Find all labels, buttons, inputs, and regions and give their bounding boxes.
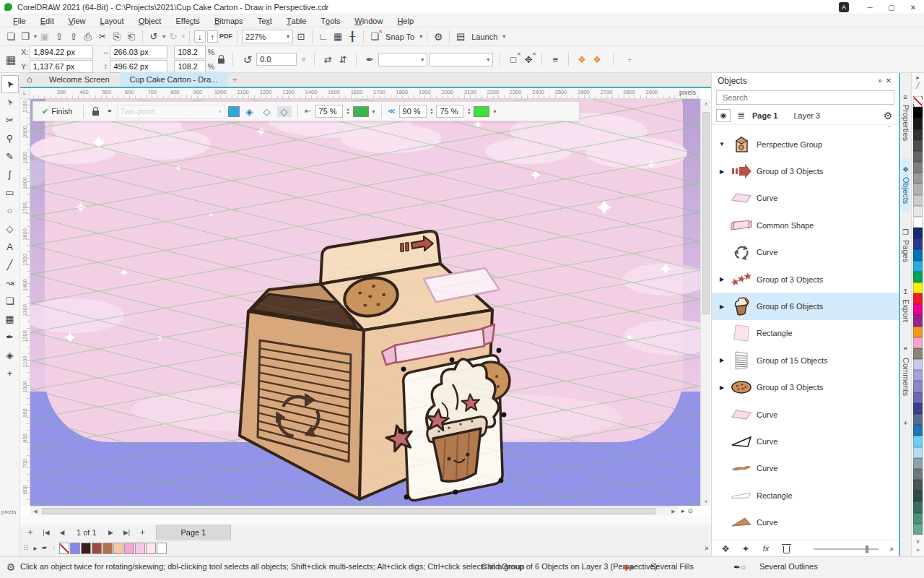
object-row[interactable]: ▶Group of 3 Objects [712,158,899,184]
color-swatch[interactable] [913,458,923,469]
polygon-tool[interactable]: ◇ [1,220,19,238]
color-swatch[interactable] [913,228,923,238]
outline-status-icon[interactable]: ✒○ [733,562,746,572]
color-swatch[interactable] [913,403,923,414]
docker-tab-export[interactable]: ↥Export [902,280,910,329]
shape-tool[interactable]: ➢ [1,93,19,111]
snap-to-caret-icon[interactable]: ▾ [419,33,422,40]
previous-page-icon[interactable]: ◀ [55,526,69,539]
object-label[interactable]: Group of 15 Objects [757,356,827,365]
color-swatch[interactable] [913,480,923,491]
fullscreen-preview-icon[interactable]: ⊡ [295,30,308,43]
menu-bitmaps[interactable]: Bitmaps [207,14,250,27]
outline-style-combo[interactable]: ▾ [430,53,493,66]
object-row[interactable]: ▶Group of 3 Objects [712,374,899,401]
opacity-slider[interactable] [814,548,879,550]
color-swatch[interactable] [913,501,923,512]
paste-icon[interactable]: ⎗ [125,30,138,43]
object-row[interactable]: Curve [712,185,899,212]
cloud-upload-icon[interactable]: ⇧ [53,30,66,43]
color-swatch[interactable] [913,491,923,501]
undo-icon[interactable]: ↺ [147,30,160,43]
docker-bottom-expand-icon[interactable]: » [887,543,896,556]
palette-eyedropper-icon[interactable]: ✒ [40,542,49,555]
color-swatch[interactable] [913,425,923,436]
tab-active-document[interactable]: Cup Cake Carton - Dra... [120,72,228,87]
color-swatch[interactable] [913,359,923,370]
color-swatch[interactable] [913,162,923,173]
status-gear-icon[interactable]: ⚙ [4,561,17,574]
object-row[interactable]: Curve [712,428,899,454]
horizon-color-swatch[interactable] [353,106,369,117]
color-swatch[interactable] [913,348,923,359]
object-label[interactable]: Curve [757,410,777,419]
object-label[interactable]: Curve [757,518,777,527]
palette-expand-right-icon[interactable]: » [916,547,919,553]
freehand-tool[interactable]: ✎ [1,147,19,165]
palette-flyout-icon[interactable]: ▸ [31,542,40,555]
scale-h-field[interactable]: 108.2 [174,46,206,59]
menu-edit[interactable]: Edit [33,14,61,27]
text-tool[interactable]: A [1,238,19,256]
launch-icon[interactable]: ▤ [454,30,467,43]
ruler-origin[interactable]: ⟀ [20,88,30,99]
home-icon[interactable]: ⌂ [20,72,39,87]
no-color-swatch[interactable] [59,543,69,554]
object-row[interactable]: Rectangle [712,320,899,347]
order-to-front-icon[interactable]: ❖ [575,53,588,66]
object-row[interactable]: Common Shape [712,212,899,238]
pan-right-icon[interactable]: ▸ [681,507,685,514]
pdf-button[interactable]: PDF [219,30,232,43]
page-visibility-icon[interactable]: ◉ [716,109,731,122]
redo-icon[interactable]: ↻ [167,30,180,43]
menu-tools[interactable]: Tools [313,14,347,27]
rectangle-tool[interactable]: ▭ [1,184,19,202]
perspective-type-combo[interactable]: Two-point▾ [117,105,225,118]
plane-color-swatch[interactable] [228,106,240,117]
launch-caret-icon[interactable]: ▾ [502,33,505,40]
mirror-horizontal-icon[interactable]: ⇄ [321,53,334,66]
grid-density-field[interactable]: 90 % [399,105,427,118]
expander-icon[interactable]: ▶ [718,384,726,391]
menu-layout[interactable]: Layout [93,14,131,27]
snap-to-button[interactable]: Snap To [385,33,414,41]
grid-opacity-field[interactable]: 75 % [436,105,463,118]
lock-perspective-icon[interactable] [90,105,103,118]
color-swatch[interactable] [913,370,923,381]
color-swatch[interactable] [913,249,923,260]
horizon-opacity-field[interactable]: 75 % [315,105,343,118]
delete-trash-icon[interactable] [780,543,793,556]
open-icon[interactable]: ❒ [19,30,32,43]
customize-plus-icon[interactable]: + [623,53,636,66]
object-label[interactable]: Group of 6 Objects [757,302,823,311]
rotation-field[interactable]: 0.0 [256,53,297,66]
menu-effects[interactable]: Effects [168,14,206,27]
grid-color-swatch[interactable] [474,106,489,117]
fill-status-icon[interactable]: ◈● [623,562,635,572]
expander-icon[interactable]: ▼ [718,141,726,147]
launch-button[interactable]: Launch [471,33,497,41]
horizontal-scroll-thumb[interactable] [42,508,655,514]
width-field[interactable]: 266.03 px [110,46,167,59]
color-swatch[interactable] [913,447,923,458]
object-label[interactable]: Curve [757,194,777,202]
color-swatch[interactable] [913,217,923,228]
object-label[interactable]: Common Shape [757,221,814,230]
more-tools[interactable]: + [1,364,19,382]
docker-tab-properties[interactable]: ≡Properties [902,86,910,148]
menu-help[interactable]: Help [390,14,421,27]
palette-handle-icon[interactable]: ⠿ [22,542,30,555]
link-icon[interactable]: ⚭ [105,105,114,118]
layer-stack-icon[interactable]: ≣ [735,109,748,122]
transparency-tool[interactable]: ▦ [1,310,19,328]
copy-icon[interactable]: ⎘ [110,30,123,43]
page-tab[interactable]: Page 1 [156,525,232,540]
crop-tool[interactable]: ✂ [1,111,19,129]
app-badge-icon[interactable]: A [839,2,849,12]
close-button[interactable]: ✕ [902,0,924,14]
object-row[interactable]: Curve [712,401,899,428]
docker-settings-gear-icon[interactable]: ⚙ [881,109,894,122]
plane-left-icon[interactable]: ◇ [260,106,274,117]
object-label[interactable]: Rectangle [757,329,793,337]
color-swatch[interactable] [70,543,80,554]
